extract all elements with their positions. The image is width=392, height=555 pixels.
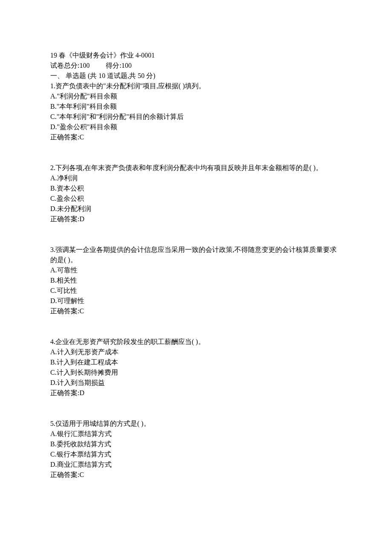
question-option: A.净利润 bbox=[50, 173, 342, 183]
question-block: 5.仅适用于用城结算的方式是( )。 A.银行汇票结算方式 B.委托收款结算方式… bbox=[50, 419, 342, 480]
question-block: 1.资产负债表中的"未分配利润"项目,应根据( )填列。 A."利润分配"科目余… bbox=[50, 81, 342, 142]
question-option: D."盈余公积"科目余额 bbox=[50, 122, 342, 132]
question-option: A.可靠性 bbox=[50, 265, 342, 275]
question-stem: 1.资产负债表中的"未分配利润"项目,应根据( )填列。 bbox=[50, 81, 342, 91]
section-header: 一、 单选题 (共 10 道试题,共 50 分) bbox=[50, 71, 342, 81]
question-block: 3.强调某一企业各期提供的会计信息应当采用一致的会计政策,不得随意变更的会计核算… bbox=[50, 245, 342, 316]
question-stem: 5.仅适用于用城结算的方式是( )。 bbox=[50, 419, 342, 429]
question-stem: 2.下列各项,在年末资产负债表和年度利润分配表中均有项目反映并且年末金额相等的是… bbox=[50, 163, 342, 173]
question-stem: 4.企业在无形资产研究阶段发生的职工薪酬应当( )。 bbox=[50, 337, 342, 347]
question-option: B.相关性 bbox=[50, 275, 342, 286]
document-header: 19 春《中级财务会计》作业 4-0001 试卷总分:100得分:100 一、 … bbox=[50, 50, 342, 81]
correct-answer: 正确答案:C bbox=[50, 132, 342, 142]
correct-answer: 正确答案:C bbox=[50, 470, 342, 480]
correct-answer: 正确答案:C bbox=[50, 306, 342, 316]
question-option: B.委托收款结算方式 bbox=[50, 439, 342, 449]
question-option: D.未分配利润 bbox=[50, 204, 342, 214]
question-option: B."本年利润"科目余额 bbox=[50, 101, 342, 112]
total-score-label: 试卷总分:100 bbox=[50, 61, 89, 71]
question-option: D.商业汇票结算方式 bbox=[50, 460, 342, 470]
question-option: B.计入到在建工程成本 bbox=[50, 357, 342, 367]
question-block: 2.下列各项,在年末资产负债表和年度利润分配表中均有项目反映并且年末金额相等的是… bbox=[50, 163, 342, 224]
question-option: C.可比性 bbox=[50, 286, 342, 296]
document-title: 19 春《中级财务会计》作业 4-0001 bbox=[50, 50, 342, 61]
question-option: A.银行汇票结算方式 bbox=[50, 429, 342, 439]
question-stem: 3.强调某一企业各期提供的会计信息应当采用一致的会计政策,不得随意变更的会计核算… bbox=[50, 245, 342, 265]
question-option: C.盈余公积 bbox=[50, 194, 342, 204]
question-option: B.资本公积 bbox=[50, 183, 342, 194]
correct-answer: 正确答案:D bbox=[50, 388, 342, 398]
question-option: A."利润分配"科目余额 bbox=[50, 91, 342, 101]
question-option: C.计入到长期待摊费用 bbox=[50, 367, 342, 378]
question-option: C.银行本票结算方式 bbox=[50, 449, 342, 460]
question-option: D.可理解性 bbox=[50, 296, 342, 306]
correct-answer: 正确答案:D bbox=[50, 214, 342, 224]
question-option: A.计入到无形资产成本 bbox=[50, 347, 342, 357]
question-block: 4.企业在无形资产研究阶段发生的职工薪酬应当( )。 A.计入到无形资产成本 B… bbox=[50, 337, 342, 398]
score-label: 得分:100 bbox=[106, 61, 131, 71]
question-option: D.计入到当期损益 bbox=[50, 378, 342, 388]
question-option: C."本年利润"和"利润分配"科目的余额计算后 bbox=[50, 112, 342, 122]
score-line: 试卷总分:100得分:100 bbox=[50, 61, 342, 71]
